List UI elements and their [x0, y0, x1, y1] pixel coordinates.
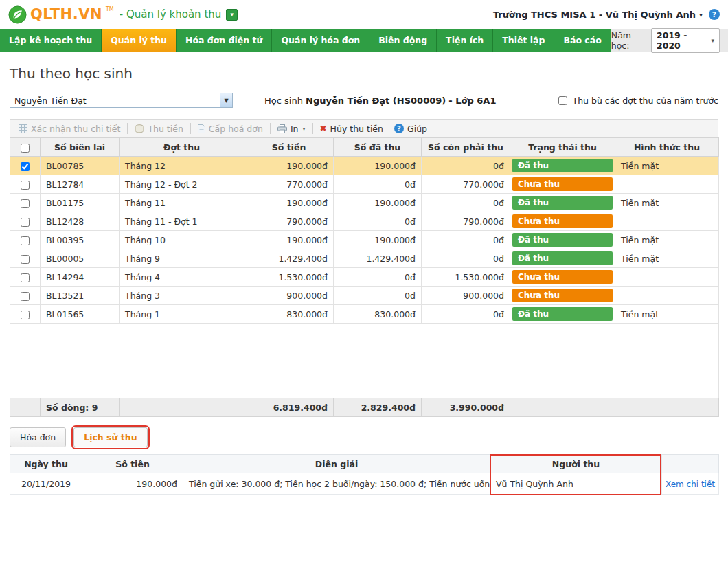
prev-year-checkbox[interactable]: Thu bù các đợt thu của năm trước: [556, 94, 718, 107]
col-header-nguoi-thu[interactable]: Người thu: [490, 455, 662, 473]
grid-header: Số biên lai Đợt thu Số tiền Số đã thu Số…: [10, 138, 719, 157]
main-content: Thu theo học sinh Nguyễn Tiến Đạt ▼ Học …: [0, 65, 728, 495]
chevron-down-icon: ▾: [302, 126, 305, 132]
school-year-value: 2019 - 2020: [657, 30, 704, 51]
col-header-so-con-phai-thu[interactable]: Số còn phải thu: [422, 138, 510, 157]
row-checkbox[interactable]: [21, 255, 30, 264]
tab-hoa-don[interactable]: Hóa đơn: [10, 427, 66, 447]
student-info-prefix: Học sinh: [264, 96, 303, 106]
student-select-value: Nguyễn Tiến Đạt: [10, 93, 220, 107]
cancel-collection-button[interactable]: ✖ Hủy thu tiền: [315, 120, 389, 137]
account-menu[interactable]: Trường THCS MISA 1 - Vũ Thị Quỳnh Anh ▾: [493, 10, 703, 20]
fee-row[interactable]: BL01175Tháng 11190.000đ190.000đ0đĐã thuT…: [10, 194, 719, 212]
nav-tab-bao-cao[interactable]: Báo cáo: [554, 29, 611, 52]
fee-row[interactable]: BL13521Tháng 3900.000đ0đ900.000đChưa thu: [10, 287, 719, 305]
grid-empty-space: [10, 324, 719, 398]
amount-cell: 190.000đ: [244, 231, 334, 249]
help-icon[interactable]: ?: [709, 9, 720, 20]
row-select-cell: [10, 175, 41, 194]
col-header-so-tien[interactable]: Số tiền: [244, 138, 334, 157]
receipt-number-cell: BL01565: [41, 305, 120, 324]
nav-tab-bien-dong[interactable]: Biến động: [369, 29, 437, 52]
col-header-trang-thai-thu[interactable]: Trạng thái thu: [510, 138, 615, 157]
fee-row[interactable]: BL00785Tháng 12190.000đ190.000đ0đĐã thuT…: [10, 157, 719, 175]
issue-invoice-button[interactable]: Cấp hoá đơn: [192, 120, 269, 137]
row-select-cell: [10, 305, 41, 324]
student-name: Nguyễn Tiến Đạt (HS00009): [306, 96, 446, 106]
fee-row[interactable]: BL00005Tháng 91.429.400đ1.429.400đ0đĐã t…: [10, 249, 719, 268]
method-cell: Tiền mặt: [615, 194, 719, 212]
help-button[interactable]: ? Giúp: [389, 120, 433, 137]
nav-tab-tien-ich[interactable]: Tiện ích: [437, 29, 493, 52]
confirm-collection-detail-button[interactable]: Xác nhận thu chi tiết: [13, 120, 126, 137]
status-badge: Chưa thu: [512, 289, 613, 302]
print-button[interactable]: In ▾: [272, 120, 311, 137]
select-dropdown-icon[interactable]: ▼: [220, 93, 232, 107]
col-header-hinh-thuc-thu[interactable]: Hình thức thu: [615, 138, 719, 157]
history-collector-cell: Vũ Thị Quỳnh Anh: [490, 473, 662, 495]
student-select[interactable]: Nguyễn Tiến Đạt ▼: [10, 93, 233, 108]
history-link-cell: Xem chi tiết: [662, 473, 719, 495]
row-checkbox[interactable]: [21, 181, 30, 190]
row-checkbox[interactable]: [21, 236, 30, 245]
button-label: Xác nhận thu chi tiết: [31, 124, 120, 134]
printer-icon: [277, 124, 287, 133]
row-checkbox[interactable]: [21, 218, 30, 227]
amount-cell: 190.000đ: [244, 157, 334, 175]
view-detail-link[interactable]: Xem chi tiết: [666, 480, 715, 489]
row-checkbox[interactable]: [21, 311, 30, 319]
amount-cell: 900.000đ: [244, 287, 334, 305]
select-all-cell: [10, 138, 41, 157]
status-badge: Đã thu: [512, 251, 613, 265]
fee-row[interactable]: BL01565Tháng 1830.000đ830.000đ0đĐã thuTi…: [10, 305, 719, 324]
tab-lich-su-thu[interactable]: Lịch sử thu: [73, 427, 147, 447]
main-nav: Lập kế hoạch thu Quản lý thu Hóa đơn điệ…: [0, 29, 728, 52]
row-checkbox[interactable]: [21, 162, 30, 171]
col-header-so-bien-lai[interactable]: Số biên lai: [41, 138, 120, 157]
confirm-grid-icon: [19, 124, 27, 133]
module-dropdown-button[interactable]: ▼: [226, 9, 238, 21]
status-badge: Đã thu: [512, 159, 613, 172]
col-header-dot-thu[interactable]: Đợt thu: [120, 138, 244, 157]
remaining-cell: 0đ: [422, 305, 510, 324]
col-header-ngay-thu[interactable]: Ngày thu: [10, 455, 82, 473]
receipt-number-cell: BL01175: [41, 194, 120, 212]
toolbar-separator: [190, 123, 191, 134]
history-header: Ngày thu Số tiền Diễn giải Người thu: [10, 455, 719, 473]
button-label: In: [291, 124, 299, 134]
paid-cell: 190.000đ: [334, 194, 422, 212]
fee-row[interactable]: BL12428Tháng 11 - Đợt 1790.000đ0đ790.000…: [10, 212, 719, 231]
row-checkbox[interactable]: [21, 199, 30, 208]
money-icon: [135, 124, 144, 133]
history-description-cell: Tiền gửi xe: 30.000 đ; Tiền học 2 buổi/n…: [183, 473, 490, 495]
student-class: - Lớp 6A1: [448, 96, 496, 106]
nav-tab-lap-ke-hoach-thu[interactable]: Lập kế hoạch thu: [0, 29, 102, 52]
nav-tab-quan-ly-hoa-don[interactable]: Quản lý hóa đơn: [272, 29, 369, 52]
col-header-so-tien[interactable]: Số tiền: [82, 455, 183, 473]
nav-tab-hoa-don-dien-tu[interactable]: Hóa đơn điện tử: [177, 29, 272, 52]
status-cell: Chưa thu: [510, 287, 615, 305]
brand-logo[interactable]: QLTH.VN TM: [8, 5, 114, 24]
row-checkbox[interactable]: [21, 292, 30, 301]
method-cell: Tiền mặt: [615, 305, 719, 324]
status-cell: Chưa thu: [510, 268, 615, 287]
fee-row[interactable]: BL00395Tháng 10190.000đ190.000đ0đĐã thuT…: [10, 231, 719, 249]
col-header-so-da-thu[interactable]: Số đã thu: [334, 138, 422, 157]
fee-grid: Số biên lai Đợt thu Số tiền Số đã thu Số…: [10, 137, 719, 417]
fee-row[interactable]: BL14294Tháng 41.530.000đ0đ1.530.000đChưa…: [10, 268, 719, 287]
col-header-dien-giai[interactable]: Diễn giải: [183, 455, 490, 473]
school-year-select[interactable]: 2019 - 2020 ▾: [651, 28, 720, 53]
fee-row[interactable]: BL12784Tháng 12 - Đợt 2770.000đ0đ770.000…: [10, 175, 719, 194]
total-remaining: 3.990.000đ: [422, 398, 510, 417]
status-cell: Đã thu: [510, 231, 615, 249]
button-label: Hủy thu tiền: [330, 124, 383, 134]
page-title: Thu theo học sinh: [10, 65, 718, 82]
select-all-checkbox[interactable]: [21, 144, 30, 153]
nav-tab-thiet-lap[interactable]: Thiết lập: [493, 29, 554, 52]
history-row[interactable]: 20/11/2019 190.000đ Tiền gửi xe: 30.000 …: [10, 473, 719, 495]
nav-tab-quan-ly-thu[interactable]: Quản lý thu: [102, 29, 177, 52]
prev-year-checkbox-input[interactable]: [558, 96, 567, 105]
collection-batch-cell: Tháng 4: [120, 268, 244, 287]
row-checkbox[interactable]: [21, 273, 30, 282]
collect-money-button[interactable]: Thu tiền: [129, 120, 188, 137]
